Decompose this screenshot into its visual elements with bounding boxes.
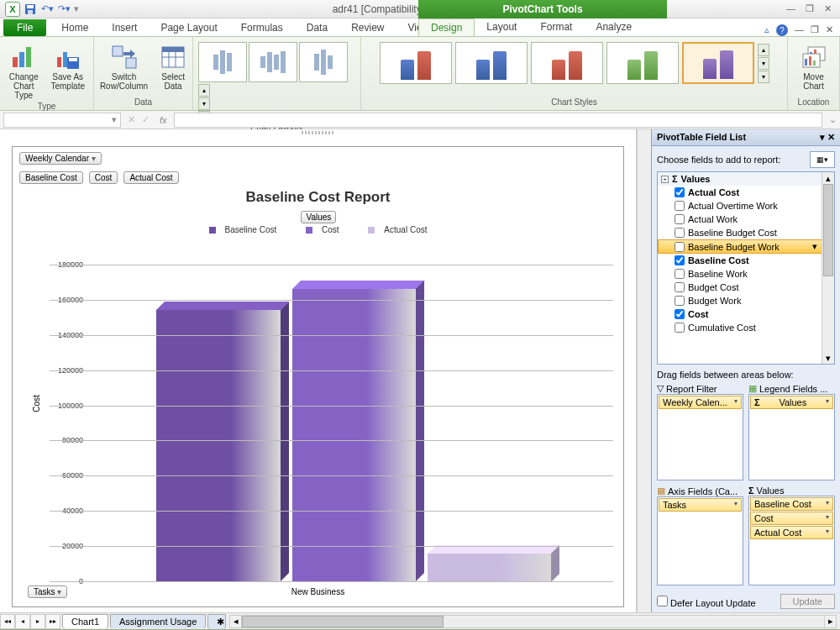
- field-row-5[interactable]: Baseline Cost: [658, 254, 834, 267]
- field-checkbox[interactable]: [675, 309, 685, 319]
- fx-icon[interactable]: fx: [153, 115, 174, 125]
- update-button[interactable]: Update: [780, 594, 835, 609]
- help-icon[interactable]: ?: [776, 24, 788, 36]
- redo-icon[interactable]: ↷▾: [57, 3, 71, 16]
- minimize-icon[interactable]: —: [786, 3, 795, 14]
- field-checkbox[interactable]: [675, 201, 685, 211]
- legend-fields-area[interactable]: Σ Values: [748, 394, 835, 480]
- chart-style-5[interactable]: [682, 42, 754, 84]
- bar-0[interactable]: [156, 310, 281, 581]
- sheet-nav[interactable]: ◂◂◂▸▸▸: [0, 614, 60, 629]
- axis-field-item[interactable]: Tasks: [659, 498, 742, 512]
- field-list-close-icon[interactable]: ✕: [827, 132, 835, 142]
- formula-input[interactable]: [174, 113, 822, 128]
- fields-box[interactable]: - Σ Values Actual CostActual Overtime Wo…: [657, 171, 835, 365]
- save-icon[interactable]: [24, 3, 37, 16]
- name-box[interactable]: ▾: [3, 113, 121, 128]
- field-row-0[interactable]: Actual Cost: [658, 186, 834, 199]
- ribbon-minimize-icon[interactable]: ▵: [764, 24, 769, 36]
- tab-format[interactable]: Format: [528, 18, 584, 36]
- axis-fields-area[interactable]: Tasks: [657, 496, 743, 585]
- name-box-dropdown-icon[interactable]: ▾: [112, 114, 117, 125]
- field-checkbox[interactable]: [675, 296, 685, 306]
- field-dropdown-icon[interactable]: ▾: [812, 241, 817, 252]
- restore-icon[interactable]: ❐: [806, 3, 814, 14]
- report-filter-area[interactable]: Weekly Calen...: [657, 394, 743, 480]
- sheet-tab-chart1[interactable]: Chart1: [62, 614, 108, 628]
- values-item-1[interactable]: Cost: [750, 512, 833, 525]
- close-icon[interactable]: ✕: [824, 3, 832, 14]
- pivot-chart[interactable]: Weekly Calendar Baseline Cost Cost Actua…: [12, 146, 624, 607]
- chart-layout-3[interactable]: [299, 42, 348, 82]
- field-list-dropdown-icon[interactable]: ▾: [820, 132, 825, 142]
- field-checkbox[interactable]: [675, 242, 685, 252]
- sheet-tab-assignment-usage[interactable]: Assignment Usage: [110, 614, 206, 628]
- undo-icon[interactable]: ↶▾: [40, 3, 54, 16]
- values-chip[interactable]: Values: [301, 211, 336, 223]
- doc-restore-icon[interactable]: ❐: [811, 24, 819, 36]
- column-chip-0[interactable]: Baseline Cost: [19, 171, 83, 184]
- field-checkbox[interactable]: [675, 323, 685, 333]
- split-handle[interactable]: [302, 131, 335, 134]
- values-item-0[interactable]: Baseline Cost: [750, 497, 833, 511]
- field-row-10[interactable]: Cumulative Cost: [658, 321, 834, 334]
- chart-style-4[interactable]: [606, 42, 679, 84]
- field-row-4[interactable]: Baseline Budget Work▾: [658, 239, 834, 254]
- values-item-2[interactable]: Actual Cost: [750, 526, 833, 539]
- chart-style-2[interactable]: [455, 42, 528, 84]
- file-tab[interactable]: File: [3, 19, 46, 36]
- tab-home[interactable]: Home: [50, 19, 100, 36]
- new-sheet-button[interactable]: ✱: [207, 614, 226, 629]
- tab-design[interactable]: Design: [418, 18, 475, 36]
- field-row-6[interactable]: Baseline Work: [658, 267, 834, 281]
- field-row-8[interactable]: Budget Work: [658, 294, 834, 307]
- select-data-button[interactable]: Select Data: [156, 42, 190, 92]
- field-checkbox[interactable]: [675, 255, 685, 265]
- field-row-3[interactable]: Baseline Budget Cost: [658, 226, 834, 239]
- tab-formulas[interactable]: Formulas: [229, 19, 295, 36]
- column-chip-1[interactable]: Cost: [89, 171, 118, 184]
- field-checkbox[interactable]: [675, 269, 685, 279]
- tab-layout[interactable]: Layout: [475, 18, 528, 36]
- chart-style-3[interactable]: [531, 42, 603, 84]
- field-row-7[interactable]: Budget Cost: [658, 281, 834, 294]
- vertical-scrollbar[interactable]: [637, 129, 651, 612]
- column-chip-2[interactable]: Actual Cost: [123, 171, 178, 184]
- field-checkbox[interactable]: [675, 214, 685, 224]
- field-row-9[interactable]: Cost: [658, 307, 834, 321]
- chart-style-1[interactable]: [380, 42, 452, 84]
- cancel-formula-icon[interactable]: ✕: [124, 114, 139, 125]
- tasks-chip[interactable]: Tasks: [28, 585, 67, 598]
- enter-formula-icon[interactable]: ✓: [139, 114, 153, 125]
- bar-2[interactable]: [428, 554, 552, 582]
- fields-scrollbar[interactable]: ▴▾: [822, 172, 834, 364]
- switch-row-column-button[interactable]: Switch Row/Column: [97, 42, 151, 92]
- chart-layout-1[interactable]: [198, 42, 247, 82]
- filter-chip-weekly-calendar[interactable]: Weekly Calendar: [19, 152, 102, 165]
- formula-expand-icon[interactable]: ⌄: [826, 114, 840, 125]
- tab-data[interactable]: Data: [295, 19, 339, 36]
- field-checkbox[interactable]: [675, 187, 685, 197]
- values-area[interactable]: Baseline Cost Cost Actual Cost: [748, 496, 835, 585]
- tab-page-layout[interactable]: Page Layout: [149, 19, 228, 36]
- doc-close-icon[interactable]: ✕: [826, 24, 833, 36]
- doc-minimize-icon[interactable]: —: [795, 24, 804, 36]
- field-checkbox[interactable]: [675, 282, 685, 292]
- field-checkbox[interactable]: [675, 228, 685, 238]
- field-list-layout-button[interactable]: ▦▾: [810, 151, 835, 168]
- defer-checkbox[interactable]: Defer Layout Update: [657, 596, 756, 608]
- horizontal-scrollbar[interactable]: ◂▸: [229, 615, 837, 628]
- collapse-icon[interactable]: -: [661, 176, 669, 183]
- save-as-template-button[interactable]: Save As Template: [47, 42, 88, 92]
- qat-customize-icon[interactable]: ▾: [74, 3, 79, 14]
- styles-scroll[interactable]: ▴▾▾: [758, 44, 769, 83]
- tab-analyze[interactable]: Analyze: [584, 18, 643, 36]
- tab-review[interactable]: Review: [339, 19, 396, 36]
- tab-insert[interactable]: Insert: [100, 19, 149, 36]
- field-row-2[interactable]: Actual Work: [658, 213, 834, 226]
- report-filter-item[interactable]: Weekly Calen...: [659, 396, 742, 409]
- chart-layout-2[interactable]: [249, 42, 297, 82]
- bar-1[interactable]: [292, 289, 417, 581]
- change-chart-type-button[interactable]: Change Chart Type: [5, 42, 42, 102]
- move-chart-button[interactable]: Move Chart: [797, 42, 831, 92]
